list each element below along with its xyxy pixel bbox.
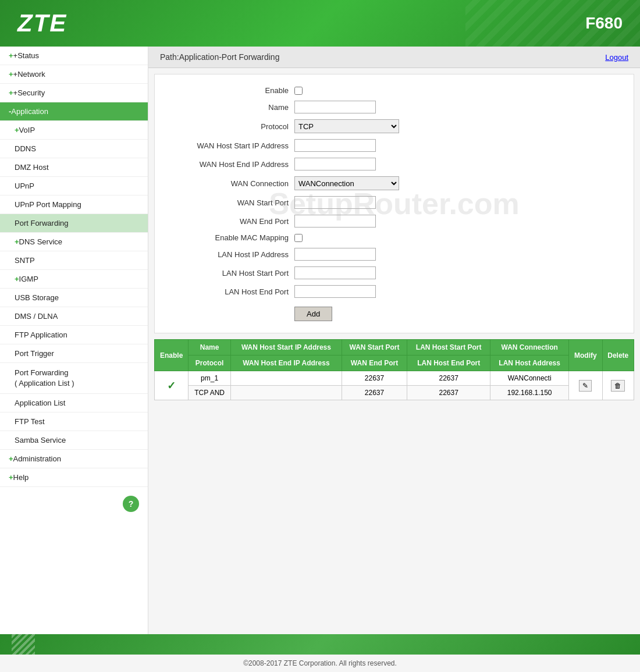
wan-connection-select[interactable]: WANConnection <box>294 176 399 190</box>
sidebar-item-upnp-port-mapping[interactable]: UPnP Port Mapping <box>0 195 148 214</box>
th-wan-start-port: WAN Start Port <box>342 340 407 355</box>
sidebar-item-sntp[interactable]: SNTP <box>0 251 148 270</box>
wan-end-ip-label: WAN Host End IP Address <box>172 160 289 169</box>
header: ZTE F680 <box>0 0 640 47</box>
protocol-label: Protocol <box>172 122 289 131</box>
enable-mac-checkbox[interactable] <box>294 234 303 242</box>
table-row: ✓ pm_1 22637 22637 WANConnecti ✎ 🗑 <box>155 371 634 386</box>
wan-start-port-input[interactable] <box>294 196 376 209</box>
lan-end-port-row: LAN Host End Port <box>172 285 616 298</box>
sidebar-item-ddns[interactable]: DDNS <box>0 140 148 158</box>
td-wan-end-port: 22637 <box>342 386 407 400</box>
th-protocol: Protocol <box>189 355 231 371</box>
th-wan-end-port: WAN End Port <box>342 355 407 371</box>
help-button[interactable]: ? <box>123 496 139 512</box>
lan-start-port-input[interactable] <box>294 266 376 279</box>
plus-icon: + <box>9 51 13 60</box>
td-lan-host-address: 192.168.1.150 <box>490 386 569 400</box>
wan-start-ip-input[interactable] <box>294 139 376 152</box>
content-area: Path:Application-Port Forwarding Logout … <box>148 47 640 634</box>
sidebar-item-dmz[interactable]: DMZ Host <box>0 158 148 177</box>
th-modify: Modify <box>569 340 602 371</box>
sidebar-item-ftp-application[interactable]: FTP Application <box>0 326 148 344</box>
wan-connection-row: WAN Connection WANConnection <box>172 176 616 190</box>
enable-mac-row: Enable MAC Mapping <box>172 233 616 242</box>
table-row-sub: TCP AND 22637 22637 192.168.1.150 <box>155 386 634 400</box>
th-delete: Delete <box>602 340 634 371</box>
sidebar-item-samba[interactable]: Samba Service <box>0 431 148 450</box>
delete-button[interactable]: 🗑 <box>611 380 625 392</box>
footer-bar <box>0 634 640 655</box>
sidebar-item-igmp[interactable]: +IGMP <box>0 270 148 289</box>
plus-icon: + <box>15 126 19 134</box>
port-forwarding-table: Enable Name WAN Host Start IP Address WA… <box>154 339 634 400</box>
sidebar: ++Status ++Network ++Security -Applicati… <box>0 47 148 634</box>
model-name: F680 <box>585 14 623 33</box>
th-lan-end-port: LAN Host End Port <box>407 355 490 371</box>
name-input[interactable] <box>294 101 376 113</box>
enable-mac-label: Enable MAC Mapping <box>172 233 289 242</box>
sidebar-item-usb-storage[interactable]: USB Storage <box>0 289 148 307</box>
sidebar-item-upnp[interactable]: UPnP <box>0 177 148 195</box>
enable-checkbox[interactable] <box>294 87 303 95</box>
footer-text: ©2008-2017 ZTE Corporation. All rights r… <box>0 655 640 672</box>
plus-icon: + <box>9 70 13 79</box>
plus-icon: + <box>9 454 13 463</box>
table-area: Enable Name WAN Host Start IP Address WA… <box>154 339 634 400</box>
sidebar-item-voip[interactable]: +VoIP <box>0 121 148 140</box>
wan-start-ip-row: WAN Host Start IP Address <box>172 139 616 152</box>
th-wan-end-ip: WAN Host End IP Address <box>230 355 342 371</box>
th-wan-connection: WAN Connection <box>490 340 569 355</box>
td-wan-start-ip <box>230 371 342 386</box>
lan-host-ip-label: LAN Host IP Address <box>172 250 289 259</box>
th-wan-start-ip: WAN Host Start IP Address <box>230 340 342 355</box>
lan-start-port-label: LAN Host Start Port <box>172 269 289 278</box>
sidebar-item-dns-service[interactable]: +DNS Service <box>0 233 148 251</box>
enable-label: Enable <box>172 86 289 95</box>
logout-link[interactable]: Logout <box>605 53 628 62</box>
td-modify: ✎ <box>569 371 602 400</box>
plus-icon: + <box>9 88 13 97</box>
sidebar-item-administration[interactable]: +Administration <box>0 450 148 468</box>
td-lan-start-port: 22637 <box>407 371 490 386</box>
enable-row: Enable <box>172 86 616 95</box>
sidebar-item-application-list[interactable]: Application List <box>0 394 148 413</box>
plus-icon: + <box>15 275 19 283</box>
sidebar-item-port-forwarding[interactable]: Port Forwarding <box>0 214 148 233</box>
form-area: SetupRouter.com Enable Name Protocol TCP… <box>154 74 634 333</box>
td-wan-end-ip <box>230 386 342 400</box>
wan-end-ip-row: WAN Host End IP Address <box>172 158 616 170</box>
wan-end-port-label: WAN End Port <box>172 217 289 226</box>
th-enable: Enable <box>155 340 189 371</box>
wan-start-port-row: WAN Start Port <box>172 196 616 209</box>
sidebar-item-application[interactable]: -Application <box>0 102 148 121</box>
main-layout: ++Status ++Network ++Security -Applicati… <box>0 47 640 634</box>
sidebar-item-ftp-test[interactable]: FTP Test <box>0 413 148 431</box>
protocol-row: Protocol TCP UDP TCP AND UDP <box>172 119 616 133</box>
sidebar-item-security[interactable]: ++Security <box>0 84 148 102</box>
wan-end-port-input[interactable] <box>294 215 376 227</box>
add-button[interactable]: Add <box>294 307 332 321</box>
wan-start-ip-label: WAN Host Start IP Address <box>172 141 289 150</box>
lan-host-ip-input[interactable] <box>294 248 376 261</box>
modify-button[interactable]: ✎ <box>579 380 592 392</box>
plus-icon: + <box>15 237 19 246</box>
wan-end-ip-input[interactable] <box>294 158 376 170</box>
content-header: Path:Application-Port Forwarding Logout <box>148 47 640 68</box>
footer-stripe <box>12 634 35 655</box>
breadcrumb: Path:Application-Port Forwarding <box>160 52 279 62</box>
sidebar-item-port-forwarding-app-list[interactable]: Port Forwarding( Application List ) <box>0 363 148 394</box>
th-lan-start-port: LAN Host Start Port <box>407 340 490 355</box>
sidebar-item-status[interactable]: ++Status <box>0 47 148 65</box>
sidebar-item-help[interactable]: +Help <box>0 468 148 487</box>
sidebar-item-port-trigger[interactable]: Port Trigger <box>0 344 148 363</box>
lan-end-port-input[interactable] <box>294 285 376 298</box>
lan-host-ip-row: LAN Host IP Address <box>172 248 616 261</box>
td-lan-end-port: 22637 <box>407 386 490 400</box>
td-delete: 🗑 <box>602 371 634 400</box>
th-name: Name <box>189 340 231 355</box>
sidebar-item-dms-dlna[interactable]: DMS / DLNA <box>0 307 148 326</box>
lan-start-port-row: LAN Host Start Port <box>172 266 616 279</box>
protocol-select[interactable]: TCP UDP TCP AND UDP <box>294 119 399 133</box>
sidebar-item-network[interactable]: ++Network <box>0 65 148 84</box>
